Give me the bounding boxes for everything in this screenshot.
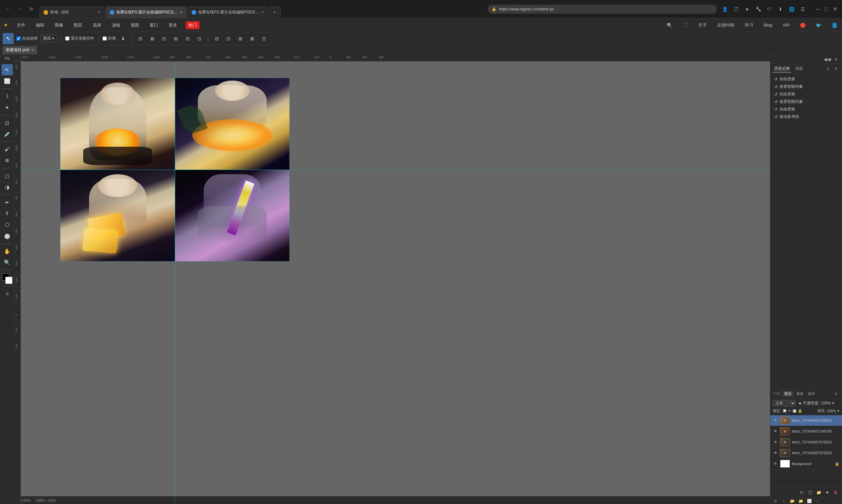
browser-tab-1[interactable]: 免费在线PS-图片在线编辑PSD文... ✕ (105, 6, 187, 18)
extension-btn-6[interactable]: ⬇ (776, 4, 785, 14)
layer-bottom-btn-5[interactable]: ⬜ (806, 498, 813, 504)
new-tab-btn[interactable]: + (269, 6, 281, 18)
history-panel-close-btn[interactable]: ✕ (833, 66, 839, 72)
download-btn[interactable]: ⬇ (119, 34, 128, 43)
twitter-icon[interactable]: 🐦 (814, 21, 823, 30)
lock-icon-1[interactable]: 🔲 (783, 409, 787, 413)
layer-item-2[interactable]: 👁 🖼 fetch_737434657679253 (770, 437, 842, 448)
align-bottom-btn[interactable]: ⊡ (195, 34, 204, 43)
menu-filter[interactable]: 滤镜 (110, 21, 122, 30)
extension-btn-1[interactable]: 👤 (720, 4, 729, 14)
layer-vis-3[interactable]: 👁 (773, 450, 778, 455)
lock-icon-3[interactable]: ⬤ (792, 409, 796, 413)
distribute-v-btn[interactable]: ⊡ (224, 34, 233, 43)
align-center-v-btn[interactable]: ⊟ (183, 34, 192, 43)
show-transform-checkbox[interactable] (65, 36, 69, 41)
distribute-h-btn[interactable]: ⊟ (212, 34, 221, 43)
extension-btn-7[interactable]: 🌐 (787, 4, 796, 14)
layer-item-3[interactable]: 👁 🖼 fetch_737434657679253 (770, 448, 842, 458)
history-item-2[interactable]: ↺ 自由变换 (770, 90, 842, 98)
menu-hot[interactable]: 热门 (186, 21, 199, 29)
layer-group-btn[interactable]: 📁 (815, 489, 822, 496)
history-tab[interactable]: 历史记录 (773, 65, 791, 72)
layer-bottom-btn-2[interactable]: ↕ (780, 498, 787, 504)
reddit-icon[interactable]: 🔴 (798, 21, 807, 30)
layer-delete-btn[interactable]: 🗑 (832, 489, 839, 496)
layers-tab-paths[interactable]: 路径 (806, 391, 817, 397)
layer-item-1[interactable]: 👁 🖼 fetch_737434657249756 (770, 426, 842, 437)
tab-close-1[interactable]: ✕ (179, 10, 182, 14)
layer-dropdown-btn[interactable]: 图层 ▾ (40, 34, 57, 42)
header-learn[interactable]: 学习 (743, 21, 755, 30)
doc-tab-close[interactable]: ✕ (31, 48, 34, 52)
fill-dropdown[interactable]: ▾ (838, 409, 839, 413)
layer-bottom-btn-1[interactable]: ⊙ (772, 498, 779, 504)
layer-vis-bg[interactable]: 👁 (773, 461, 778, 466)
auto-select-checkbox[interactable] (16, 36, 21, 41)
fullscreen-btn[interactable]: ⛶ (681, 21, 690, 30)
show-transform-label[interactable]: 显示变换控件 (65, 36, 94, 41)
doc-tab-main[interactable]: 新建项目.psd ✕ (3, 46, 37, 54)
layer-vis-1[interactable]: 👁 (773, 429, 778, 434)
fill-value[interactable]: 100% (827, 409, 836, 413)
align-top-btn[interactable]: ⊞ (171, 34, 180, 43)
auto-select-label[interactable]: 自动选择 (16, 36, 38, 41)
lock-icon-2[interactable]: ✏ (788, 409, 791, 413)
header-feedback[interactable]: 反馈纠错 (715, 21, 736, 30)
layer-bottom-btn-4[interactable]: 📁 (797, 498, 804, 504)
header-api[interactable]: API (781, 21, 792, 29)
layers-tab-layers[interactable]: 图层 (783, 391, 793, 397)
distribute-d-btn[interactable]: ⊠ (248, 34, 257, 43)
browser-tab-2[interactable]: 免费在线PS-图片在线编辑PSD文... ✕ (187, 6, 269, 18)
maximize-btn[interactable]: □ (822, 5, 830, 13)
menu-file[interactable]: 文件 (15, 21, 27, 30)
menu-edit[interactable]: 编辑 (34, 21, 46, 30)
history-item-4[interactable]: ↺ 自由变换 (770, 105, 842, 113)
header-about[interactable]: 关于 (696, 21, 709, 30)
layer-new-btn[interactable]: ✚ (824, 489, 831, 496)
close-btn[interactable]: ✕ (831, 5, 839, 13)
opacity-dropdown[interactable]: ▾ (832, 401, 834, 406)
header-blog[interactable]: Blog (762, 21, 774, 29)
minimize-btn[interactable]: ─ (814, 5, 822, 13)
layer-mask-btn[interactable]: ⬛ (807, 489, 814, 496)
extension-btn-2[interactable]: 🎵 (731, 4, 740, 14)
back-button[interactable]: ← (3, 4, 13, 14)
align-right-btn[interactable]: ⊡ (160, 34, 169, 43)
history-panel-menu-btn[interactable]: ≡ (825, 66, 831, 72)
distribute-c-btn[interactable]: ⊞ (236, 34, 245, 43)
panel-collapse-btn[interactable]: ◀◀ (824, 56, 831, 63)
align-left-btn[interactable]: ⊟ (136, 34, 145, 43)
browser-tab-0[interactable]: 奇域 · 创作 ✕ (39, 6, 105, 18)
layers-tab-channels[interactable]: 通道 (794, 391, 805, 397)
blend-mode-select[interactable]: 正常 (773, 400, 796, 407)
lock-icon-4[interactable]: 🔒 (798, 409, 802, 413)
refresh-button[interactable]: ↻ (27, 4, 36, 14)
layer-fx-btn[interactable]: fx (798, 489, 805, 496)
extension-btn-5[interactable]: 🛡 (765, 4, 774, 14)
panel-menu-btn[interactable]: ≡ (832, 56, 839, 63)
layer-item-bg[interactable]: 👁 Background 🔒 (770, 458, 842, 469)
distribute-e-btn[interactable]: ⊡ (259, 34, 269, 43)
menu-more[interactable]: 更多 (167, 21, 179, 30)
tab-close-2[interactable]: ✕ (261, 10, 264, 14)
layer-panel-menu-btn[interactable]: ≡ (833, 390, 839, 397)
menu-view[interactable]: 视图 (129, 21, 141, 30)
history-item-1[interactable]: ↺ 放置智能对象 (770, 83, 842, 90)
search-btn[interactable]: 🔍 (665, 21, 674, 30)
menu-select[interactable]: 选择 (91, 21, 103, 30)
history-item-0[interactable]: ↺ 自由变换 (770, 75, 842, 83)
forward-button[interactable]: → (15, 4, 24, 14)
extension-btn-4[interactable]: 🔧 (754, 4, 763, 14)
menu-layer[interactable]: 图层 (72, 21, 84, 30)
menu-window[interactable]: 窗口 (148, 21, 160, 30)
canvas-area[interactable]: -500 -1400 -1300 -1200 -1100 -1000 -900 … (14, 55, 770, 504)
align-center-h-btn[interactable]: ⊠ (148, 34, 157, 43)
distance-label[interactable]: 距离 (103, 36, 116, 41)
layer-vis-0[interactable]: 👁 (773, 418, 778, 423)
layer-item-0[interactable]: 👁 🖼 fetch_737434657249819 (770, 415, 842, 426)
address-bar[interactable]: 🔒 https://www.logosc.cn/online-ps (488, 4, 717, 14)
extension-btn-3[interactable]: ★ (742, 4, 752, 14)
distance-checkbox[interactable] (103, 36, 107, 41)
layer-bottom-btn-3[interactable]: 📂 (789, 498, 796, 504)
